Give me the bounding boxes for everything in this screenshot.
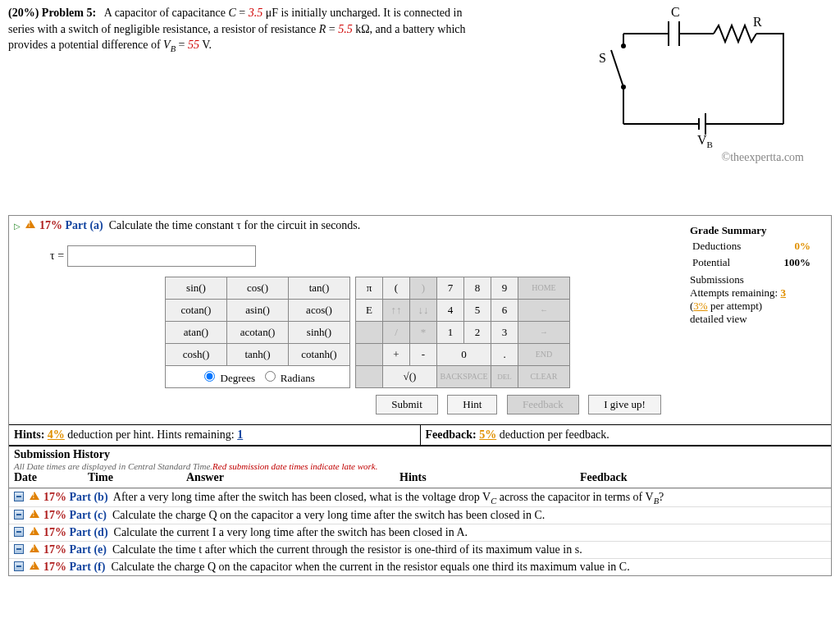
problem-statement: (20%) Problem 5: A capacitor of capacita… [8,5,832,166]
key-home[interactable]: HOME [518,277,570,299]
key-sqrt[interactable]: √() [383,365,437,387]
detailed-view-link[interactable]: detailed view [690,313,813,326]
key-rparen[interactable]: ) [410,277,437,299]
feedback-button[interactable]: Feedback [507,395,579,414]
answer-panel: ▷ 17% Part (a) Calculate the time consta… [8,215,832,577]
problem-text-block: (20%) Problem 5: A capacitor of capacita… [8,5,533,166]
key-1[interactable]: 1 [437,321,464,343]
part-c-row[interactable]: 17% Part (c) Calculate the charge Q on t… [9,506,831,524]
circuit-diagram-container: C R S VB ©theexpertta.com [533,5,804,166]
key-blank3 [356,365,383,387]
expand-icon[interactable]: ▷ [14,222,21,231]
warning-icon [30,527,39,535]
key-cosh[interactable]: cosh() [166,343,227,365]
label-C: C [671,5,680,19]
key-lparen[interactable]: ( [383,277,410,299]
warning-icon [30,544,39,552]
warning-icon [25,220,35,228]
answer-input[interactable] [67,245,256,267]
label-VB: VB [697,133,713,149]
function-keys: sin()cos()tan() cotan()asin()acos() atan… [165,277,350,388]
collapse-icon[interactable] [14,510,24,520]
part-e-row[interactable]: 17% Part (e) Calculate the time t after … [9,541,831,558]
svg-point-0 [622,44,625,48]
key-backspace[interactable]: BACKSPACE [437,365,491,387]
key-clear[interactable]: CLEAR [518,365,570,387]
key-7[interactable]: 7 [437,277,464,299]
svg-point-1 [622,85,625,89]
warning-icon [30,492,39,500]
key-5[interactable]: 5 [464,299,491,321]
warning-icon [30,561,39,570]
key-atan[interactable]: atan() [166,321,227,343]
key-left[interactable]: ← [518,299,570,321]
submissions-summary: Submissions Attempts remaining: 3 (3% pe… [690,273,813,326]
key-cotan[interactable]: cotan() [166,299,227,321]
key-tanh[interactable]: tanh() [227,343,289,365]
hint-button[interactable]: Hint [447,395,497,414]
submit-button[interactable]: Submit [376,395,438,414]
key-sup-up[interactable]: ↑↑ [383,299,410,321]
submission-history: Submission History All Date times are di… [9,445,831,488]
hints-feedback-bar: Hints: 4% deduction per hint. Hints rema… [9,424,831,445]
collapse-icon[interactable] [14,561,24,571]
degrees-radio[interactable]: Degrees [200,372,255,384]
key-div[interactable]: / [383,321,410,343]
label-S: S [599,51,606,65]
key-e[interactable]: E [356,299,383,321]
key-3[interactable]: 3 [491,321,518,343]
label-R: R [753,15,762,29]
attempts-remaining-link[interactable]: 3 [780,286,786,299]
other-parts: 17% Part (b) After a very long time afte… [9,488,831,576]
part-f-row[interactable]: 17% Part (f) Calculate the charge Q on t… [9,558,831,575]
key-cos[interactable]: cos() [227,277,289,299]
key-acotan[interactable]: acotan() [227,321,289,343]
key-plus[interactable]: + [383,343,410,365]
key-sinh[interactable]: sinh() [289,321,350,343]
key-right[interactable]: → [518,321,570,343]
part-d-row[interactable]: 17% Part (d) Calculate the current I a v… [9,524,831,541]
key-blank2 [356,343,383,365]
key-tan[interactable]: tan() [289,277,350,299]
giveup-button[interactable]: I give up! [588,395,661,414]
collapse-icon[interactable] [14,544,24,554]
key-acos[interactable]: acos() [289,299,350,321]
key-2[interactable]: 2 [464,321,491,343]
key-del[interactable]: DEL [491,365,518,387]
key-sin[interactable]: sin() [166,277,227,299]
part-b-row[interactable]: 17% Part (b) After a very long time afte… [9,488,831,507]
key-6[interactable]: 6 [491,299,518,321]
key-dot[interactable]: . [491,343,518,365]
key-blank1 [356,321,383,343]
grade-summary: Grade Summary Deductions0% Potential100% [690,224,813,272]
key-end[interactable]: END [518,343,570,365]
key-asin[interactable]: asin() [227,299,289,321]
key-minus[interactable]: - [410,343,437,365]
key-sup-down[interactable]: ↓↓ [410,299,437,321]
numpad: π ( ) 7 8 9 HOME E ↑↑ ↓↓ 4 5 6 ← [355,277,570,388]
collapse-icon[interactable] [14,527,24,537]
radians-radio[interactable]: Radians [261,372,315,384]
key-9[interactable]: 9 [491,277,518,299]
key-8[interactable]: 8 [464,277,491,299]
key-mul[interactable]: * [410,321,437,343]
key-4[interactable]: 4 [437,299,464,321]
warning-icon [30,510,39,518]
part-prompt: Calculate the time constant τ for the ci… [109,219,361,231]
circuit-diagram: C R S VB [574,5,804,153]
key-cotanh[interactable]: cotanh() [289,343,350,365]
key-pi[interactable]: π [356,277,383,299]
collapse-icon[interactable] [14,492,24,501]
action-buttons: Submit Hint Feedback I give up! [206,395,831,414]
key-0[interactable]: 0 [437,343,491,365]
watermark: ©theexpertta.com [533,149,804,166]
